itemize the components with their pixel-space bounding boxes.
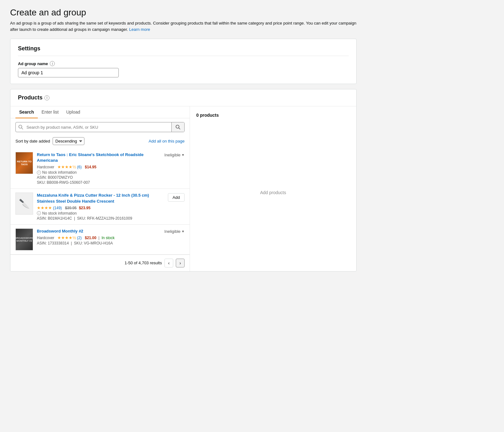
products-tabs: Search Enter list Upload: [10, 106, 190, 118]
tab-upload[interactable]: Upload: [62, 106, 84, 118]
table-row: BROADSWORD MONTHLY #2 Broadsword Monthly…: [10, 225, 190, 255]
ad-group-name-input[interactable]: [18, 68, 119, 77]
stock-info-icon-2: i: [37, 211, 41, 215]
pagination: 1-50 of 4,703 results ‹ ›: [10, 255, 190, 271]
products-left-panel: Search Enter list Upload: [10, 106, 190, 271]
add-all-link[interactable]: Add all on this page: [149, 139, 185, 143]
products-body: Search Enter list Upload: [10, 106, 356, 271]
product-format-2: ★★★★ (149) $39.95 $23.95: [37, 205, 164, 210]
product-info-1: Return to Taos : Eric Sloane's Sketchboo…: [37, 152, 161, 185]
ad-group-name-label: Ad group name i: [18, 61, 349, 66]
product-image-1: RETURN TO TAOS: [15, 152, 33, 174]
product-title-1[interactable]: Return to Taos : Eric Sloane's Sketchboo…: [37, 152, 161, 163]
svg-line-1: [22, 128, 23, 129]
product-format-3: Hardcover ★★★★½ (2) $21.00 | In stock: [37, 235, 161, 240]
search-submit-icon: [175, 125, 180, 130]
product-info-3: Broadsword Monthly #2 Hardcover ★★★★½ (2…: [37, 228, 161, 245]
product-in-stock-3: In stock: [101, 236, 114, 240]
learn-more-link[interactable]: Learn more: [129, 27, 150, 32]
products-count: 0 products: [196, 113, 219, 118]
product-asin-2: ASIN: B01MA1H14C | SKU: RFK-MZZA12IN-201…: [37, 216, 164, 221]
product-image-3: BROADSWORD MONTHLY #2: [15, 228, 33, 250]
search-bar-container: [15, 122, 185, 132]
description-text: An ad group is a group of ads sharing th…: [10, 21, 356, 32]
page-title: Create an ad group: [10, 8, 494, 18]
sort-left: Sort by date added Descending Ascending: [15, 137, 84, 145]
product-format-1: Hardcover ★★★★½ (6) $14.95: [37, 165, 161, 169]
products-card: Products i Search Enter list Upload: [10, 89, 357, 272]
product-list: RETURN TO TAOS Return to Taos : Eric Slo…: [10, 148, 190, 255]
product-action-1: Ineligible ▼: [164, 152, 185, 157]
sort-select[interactable]: Descending Ascending: [53, 137, 84, 145]
ineligible-arrow-1: ▼: [181, 153, 185, 157]
products-title: Products i: [18, 94, 349, 101]
ineligible-label-1: Ineligible: [164, 153, 180, 157]
svg-line-3: [179, 128, 180, 129]
product-rating-2[interactable]: (149): [53, 206, 62, 210]
product-price-orig-2: $39.95: [65, 206, 77, 210]
ineligible-badge-1[interactable]: Ineligible ▼: [164, 153, 185, 157]
products-info-icon[interactable]: i: [44, 95, 49, 100]
tab-search[interactable]: Search: [15, 106, 38, 118]
product-price-sale-2: $23.95: [79, 206, 90, 210]
pagination-prev-button[interactable]: ‹: [164, 259, 173, 267]
search-icon-left: [18, 125, 23, 130]
settings-card: Settings Ad group name i: [10, 39, 357, 84]
settings-title: Settings: [18, 45, 349, 56]
pagination-text: 1-50 of 4,703 results: [124, 261, 162, 265]
product-info-2: Mezzaluna Knife & Pizza Cutter Rocker - …: [37, 193, 164, 220]
sort-label: Sort by date added: [15, 139, 50, 143]
product-stock-1: i No stock information: [37, 170, 161, 175]
ineligible-badge-3[interactable]: Ineligible ▼: [164, 229, 185, 234]
stock-info-icon-1: i: [37, 171, 41, 175]
knife-icon: 🔪: [19, 199, 30, 209]
ad-group-name-info-icon[interactable]: i: [50, 61, 55, 66]
search-button[interactable]: [171, 122, 184, 132]
table-row: 🔪 Mezzaluna Knife & Pizza Cutter Rocker …: [10, 189, 190, 224]
product-title-2[interactable]: Mezzaluna Knife & Pizza Cutter Rocker - …: [37, 193, 164, 204]
product-rating-3[interactable]: (2): [77, 236, 82, 240]
product-action-2: Add: [168, 193, 185, 202]
products-header: Products i: [10, 89, 356, 106]
product-stars-3: ★★★★½: [57, 235, 76, 240]
add-product-button-2[interactable]: Add: [168, 193, 185, 202]
tab-enter-list[interactable]: Enter list: [38, 106, 62, 118]
product-asin-3: ASIN: 1733338314 | SKU: VG-MROU-H16A: [37, 241, 161, 245]
product-rating-1[interactable]: (6): [77, 165, 82, 169]
product-price-1: $14.95: [85, 165, 96, 169]
product-stock-2: i No stock information: [37, 211, 164, 216]
sort-bar: Sort by date added Descending Ascending …: [10, 136, 190, 148]
product-stars-2: ★★★★: [37, 205, 52, 210]
add-products-placeholder: Add products: [260, 190, 286, 195]
search-input[interactable]: [23, 123, 171, 132]
book-cover-3: BROADSWORD MONTHLY #2: [15, 228, 33, 250]
product-stars-1: ★★★★½: [57, 165, 76, 169]
pagination-next-button[interactable]: ›: [176, 259, 185, 267]
product-asin-1: ASIN: B0007DWZYO: [37, 175, 161, 180]
page-description: An ad group is a group of ads sharing th…: [10, 20, 357, 32]
product-sku-1: SKU: BB008-RWG-150607-007: [37, 180, 161, 185]
table-row: RETURN TO TAOS Return to Taos : Eric Slo…: [10, 148, 190, 189]
products-right-panel: 0 products Add products: [190, 106, 356, 271]
product-title-3[interactable]: Broadsword Monthly #2: [37, 228, 161, 234]
search-area: [10, 118, 190, 136]
product-action-3: Ineligible ▼: [164, 228, 185, 234]
book-cover-1: RETURN TO TAOS: [16, 152, 33, 174]
ineligible-label-3: Ineligible: [164, 229, 180, 234]
product-price-3: $21.00: [85, 236, 96, 240]
ineligible-arrow-3: ▼: [181, 230, 185, 233]
product-image-2: 🔪: [15, 193, 33, 215]
